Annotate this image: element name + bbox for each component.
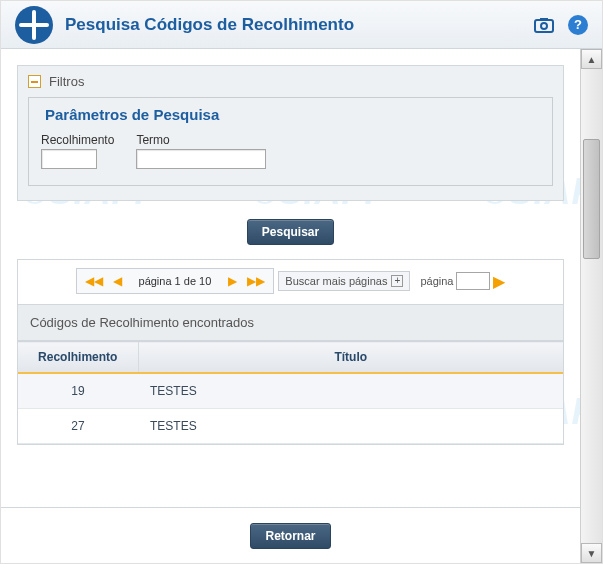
return-button[interactable]: Retornar: [250, 523, 330, 549]
col-recolhimento: Recolhimento: [18, 342, 138, 374]
scroll-down-icon[interactable]: ▼: [581, 543, 602, 563]
fieldset-title: Parâmetros de Pesquisa: [41, 106, 223, 123]
goto-label: página: [420, 275, 453, 287]
filters-label: Filtros: [49, 74, 84, 89]
svg-rect-0: [535, 20, 553, 32]
footer-bar: Retornar: [1, 507, 580, 563]
cell-code: 19: [18, 373, 138, 409]
vertical-scrollbar[interactable]: ▲ ▼: [580, 49, 602, 563]
cell-code: 27: [18, 409, 138, 444]
pager-text: página 1 de 10: [133, 275, 218, 287]
recolhimento-input[interactable]: [41, 149, 97, 169]
more-pages-button[interactable]: Buscar mais páginas +: [278, 271, 410, 291]
col-titulo: Título: [138, 342, 563, 374]
results-panel: ◀◀ ◀ página 1 de 10 ▶ ▶▶ Buscar mais pág…: [17, 259, 564, 445]
table-row[interactable]: 27 TESTES: [18, 409, 563, 444]
plus-icon: +: [391, 275, 403, 287]
svg-rect-1: [540, 18, 548, 21]
prev-page-icon[interactable]: ◀: [109, 272, 127, 290]
camera-icon[interactable]: [534, 16, 554, 34]
cell-title: TESTES: [138, 409, 563, 444]
termo-input[interactable]: [136, 149, 266, 169]
collapse-icon[interactable]: [28, 75, 41, 88]
cell-title: TESTES: [138, 373, 563, 409]
goto-page-icon[interactable]: ▶: [493, 272, 505, 291]
more-pages-label: Buscar mais páginas: [285, 275, 387, 287]
page-title: Pesquisa Códigos de Recolhimento: [65, 15, 534, 35]
termo-label: Termo: [136, 133, 266, 147]
table-row[interactable]: 19 TESTES: [18, 373, 563, 409]
header-bar: Pesquisa Códigos de Recolhimento ?: [1, 1, 602, 49]
help-icon[interactable]: ?: [568, 15, 588, 35]
scroll-up-icon[interactable]: ▲: [581, 49, 602, 69]
app-logo: [15, 6, 53, 44]
search-button[interactable]: Pesquisar: [247, 219, 334, 245]
pager: ◀◀ ◀ página 1 de 10 ▶ ▶▶ Buscar mais pág…: [18, 260, 563, 304]
filters-panel: Filtros Parâmetros de Pesquisa Recolhime…: [17, 65, 564, 201]
recolhimento-label: Recolhimento: [41, 133, 114, 147]
scroll-thumb[interactable]: [583, 139, 600, 259]
svg-point-2: [541, 23, 547, 29]
first-page-icon[interactable]: ◀◀: [85, 272, 103, 290]
results-table: Recolhimento Título 19 TESTES 27 TESTES: [18, 341, 563, 444]
search-params-fieldset: Parâmetros de Pesquisa Recolhimento Term…: [28, 97, 553, 186]
results-title: Códigos de Recolhimento encontrados: [18, 304, 563, 341]
last-page-icon[interactable]: ▶▶: [247, 272, 265, 290]
next-page-icon[interactable]: ▶: [223, 272, 241, 290]
goto-page-input[interactable]: [456, 272, 490, 290]
